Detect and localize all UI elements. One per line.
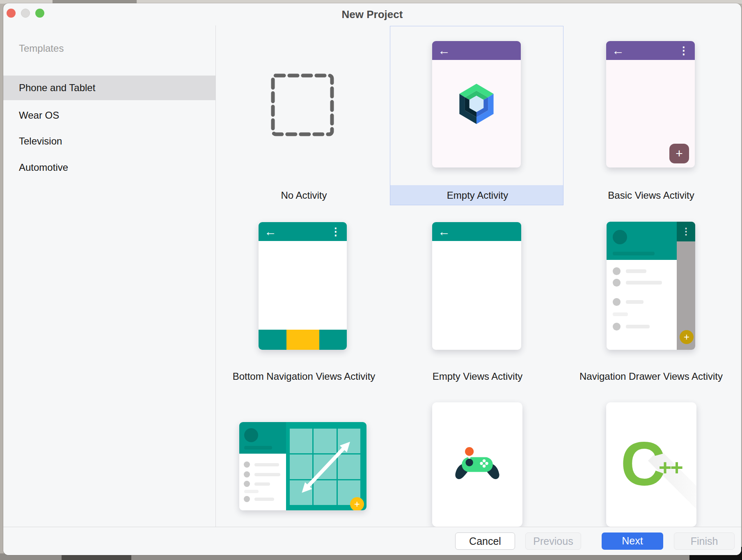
kebab-menu-icon: ⋮ bbox=[682, 226, 691, 237]
cpp-logo-icon: C ++ bbox=[606, 427, 696, 501]
title-bar: New Project bbox=[3, 3, 741, 25]
list-bullet bbox=[244, 481, 250, 487]
plus-icon: + bbox=[684, 331, 689, 343]
dashed-square-icon bbox=[270, 73, 334, 137]
screenshot-stage: New Project Templates Phone and Tablet W… bbox=[0, 0, 742, 560]
list-bullet bbox=[244, 471, 250, 477]
mock-bottom-nav-bar bbox=[259, 330, 347, 350]
template-label-basic-views-activity[interactable]: Basic Views Activity bbox=[564, 186, 738, 205]
resize-diagonal-arrow-icon bbox=[286, 422, 366, 510]
template-card-basic-views-activity[interactable]: ← ⋮ + bbox=[606, 41, 695, 168]
back-arrow-icon: ← bbox=[264, 225, 277, 238]
list-bullet bbox=[613, 279, 621, 287]
mock-bottom-nav-selected-tab bbox=[286, 330, 319, 350]
template-label-no-activity[interactable]: No Activity bbox=[217, 186, 391, 205]
next-button[interactable]: Next bbox=[602, 532, 663, 550]
list-bullet bbox=[244, 496, 250, 502]
list-line bbox=[626, 325, 650, 328]
list-line bbox=[254, 498, 274, 501]
back-arrow-icon: ← bbox=[438, 44, 450, 57]
templates-header: Templates bbox=[19, 43, 64, 55]
list-line bbox=[626, 281, 662, 285]
previous-button[interactable]: Previous bbox=[525, 532, 581, 550]
list-bullet bbox=[613, 267, 621, 275]
list-line bbox=[626, 269, 646, 273]
template-label-bottom-navigation-views-activity[interactable]: Bottom Navigation Views Activity bbox=[217, 367, 391, 386]
sidebar-divider bbox=[215, 25, 216, 527]
back-arrow-icon: ← bbox=[438, 225, 450, 238]
mock-drawer-header bbox=[239, 422, 286, 454]
mock-app-bar: ← ⋮ bbox=[259, 222, 347, 241]
sidebar-item-television[interactable]: Television bbox=[3, 129, 215, 154]
minimize-button[interactable] bbox=[21, 9, 30, 18]
desktop-object bbox=[62, 555, 131, 560]
sidebar-item-wear-os[interactable]: Wear OS bbox=[3, 103, 215, 128]
list-bullet bbox=[613, 298, 621, 306]
fab-plus-button: + bbox=[350, 497, 364, 510]
dialog-title: New Project bbox=[3, 3, 741, 25]
template-label-empty-activity[interactable]: Empty Activity bbox=[391, 186, 564, 205]
cancel-button[interactable]: Cancel bbox=[455, 532, 515, 550]
list-line bbox=[626, 300, 644, 304]
template-card-adaptive-tablet[interactable]: + bbox=[239, 422, 366, 510]
fab-plus-button: + bbox=[680, 330, 694, 344]
template-card-native-cpp[interactable]: C ++ bbox=[606, 402, 696, 527]
mock-app-bar: ← ⋮ bbox=[606, 41, 695, 60]
plus-icon: + bbox=[354, 498, 360, 510]
template-card-empty-views-activity[interactable]: ← bbox=[432, 222, 521, 350]
list-line bbox=[254, 463, 279, 466]
list-section-line bbox=[613, 312, 628, 316]
template-label-navigation-drawer-views-activity[interactable]: Navigation Drawer Views Activity bbox=[564, 367, 738, 386]
template-label-empty-views-activity[interactable]: Empty Views Activity bbox=[391, 367, 564, 386]
drawer-title-placeholder bbox=[613, 252, 655, 255]
drawer-title-placeholder bbox=[244, 446, 272, 450]
template-card-navigation-drawer-views-activity[interactable]: ⋮ + bbox=[607, 222, 695, 350]
template-card-no-activity[interactable] bbox=[270, 73, 334, 137]
template-card-empty-activity[interactable]: ← bbox=[432, 41, 521, 168]
list-section-line bbox=[244, 490, 259, 493]
sidebar-item-automotive[interactable]: Automotive bbox=[3, 155, 215, 180]
mock-app-bar: ← bbox=[432, 41, 521, 60]
mock-toolbar-behind-drawer: ⋮ bbox=[677, 222, 695, 241]
plus-icon: + bbox=[676, 147, 683, 161]
avatar-circle bbox=[613, 230, 627, 244]
list-line bbox=[254, 482, 270, 486]
new-project-dialog: New Project Templates Phone and Tablet W… bbox=[3, 3, 741, 555]
kebab-menu-icon: ⋮ bbox=[678, 45, 689, 56]
close-button[interactable] bbox=[7, 9, 16, 18]
template-card-bottom-navigation-views-activity[interactable]: ← ⋮ bbox=[259, 222, 347, 350]
mock-drawer-header bbox=[607, 222, 677, 260]
list-line bbox=[254, 473, 280, 476]
mock-drawer-panel bbox=[239, 422, 286, 510]
back-arrow-icon: ← bbox=[612, 44, 624, 57]
cpp-plus-plus: ++ bbox=[659, 454, 682, 480]
list-bullet bbox=[613, 323, 621, 330]
dialog-footer: Cancel Previous Next Finish bbox=[3, 527, 741, 555]
finish-button[interactable]: Finish bbox=[674, 532, 735, 550]
list-bullet bbox=[244, 461, 250, 468]
fab-plus-button: + bbox=[669, 144, 689, 163]
sidebar-item-phone-and-tablet[interactable]: Phone and Tablet bbox=[3, 76, 215, 100]
template-card-game-activity[interactable] bbox=[432, 402, 522, 527]
mock-drawer-panel bbox=[607, 222, 677, 350]
zoom-button[interactable] bbox=[35, 9, 44, 18]
mock-app-bar: ← bbox=[432, 222, 521, 241]
game-controller-icon bbox=[453, 445, 502, 484]
jetpack-compose-logo-icon bbox=[455, 83, 498, 125]
kebab-menu-icon: ⋮ bbox=[330, 226, 341, 237]
mock-detail-grid-area bbox=[286, 422, 366, 510]
avatar-circle bbox=[244, 428, 258, 442]
